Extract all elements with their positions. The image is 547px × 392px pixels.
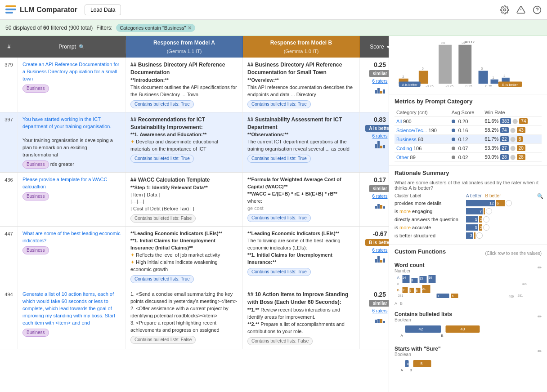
raters-link[interactable]: 6 raters — [372, 194, 388, 199]
svg-text:B is better: B is better — [502, 83, 518, 87]
func-name: Word count — [395, 262, 424, 268]
metrics-table: Category (cnt) Avg Score Win Rate All 90… — [395, 108, 542, 162]
metrics-row[interactable]: Coding 106 0.07 53.3% 27 ⬤ 20 — [395, 144, 542, 153]
row-num: 436 — [0, 173, 18, 226]
edit-icon[interactable]: ✏ — [538, 314, 542, 320]
rationale-title: Rationale Summary — [395, 169, 542, 176]
table-row[interactable]: 379 Create an API Reference Documentatio… — [0, 58, 389, 112]
starts-sure-chart: 0 5 A B — [395, 358, 542, 374]
filter-tag-text: Categories contain "Business" — [120, 25, 186, 31]
filter-bar: 50 displayed of 60 filtered (900 total) … — [0, 20, 547, 36]
col-win-rate: Win Rate — [483, 108, 542, 117]
load-data-button[interactable]: Load Data — [85, 4, 121, 15]
table-row[interactable]: 397 You have started working in the ICT … — [0, 112, 389, 173]
cell-model-b: **Formula for Weighted Average Cost of C… — [243, 173, 360, 226]
metrics-row[interactable]: Business 60 0.12 61.7% 22 ⬤ 8 — [395, 135, 542, 144]
cell-prompt: You have started working in the ICT depa… — [18, 112, 126, 173]
svg-text:9: 9 — [410, 289, 412, 292]
svg-text:A: A — [401, 368, 404, 372]
svg-text:1: 1 — [438, 294, 439, 298]
cell-prompt: Please provide a template for a WACC cal… — [18, 173, 126, 226]
rationale-label: provides more details — [395, 200, 464, 206]
row-num: 397 — [0, 112, 18, 173]
rationale-circle-btn[interactable] — [483, 216, 489, 223]
custom-function-bulleted-lists[interactable]: Contains bulleted lists Boolean ✏ 42 40 … — [395, 311, 542, 340]
custom-function-starts-sure[interactable]: Starts with "Sure" Boolean ✏ 0 5 A B — [395, 346, 542, 375]
rationale-row: is more accurate 5 2 — [395, 224, 542, 231]
row-num: 494 — [0, 287, 18, 349]
alert-icon[interactable] — [516, 5, 525, 14]
svg-text:1: 1 — [492, 76, 494, 80]
metrics-avg-score: 0.20 — [450, 117, 483, 126]
svg-text:5: 5 — [422, 67, 424, 71]
metrics-section: Metrics by Prompt Category Category (cnt… — [389, 94, 547, 166]
custom-function-word-count[interactable]: Word count Number ✏ A 14 8 15 16 0 — [395, 262, 542, 306]
rationale-circle-btn[interactable] — [483, 224, 489, 231]
rationale-subtitle: What are some clusters of the rationales… — [395, 180, 542, 191]
svg-text:8: 8 — [412, 279, 413, 282]
svg-text:μ=0.12: μ=0.12 — [464, 40, 475, 44]
score-sort-icon[interactable]: ▼ — [386, 45, 389, 49]
svg-text:409: 409 — [509, 295, 514, 298]
table-row[interactable]: 494 Generate a list of 10 action items, … — [0, 287, 389, 349]
svg-text:20: 20 — [441, 41, 445, 45]
app-logo: LLM Comparator — [5, 5, 77, 14]
rationale-bars: 5 2 — [466, 224, 489, 231]
rationale-bars: 3 1 — [466, 232, 483, 239]
svg-text:6: 6 — [452, 294, 454, 298]
raters-link[interactable]: 6 raters — [372, 308, 388, 313]
rationale-bars: 7 1 — [466, 208, 492, 214]
rationale-circle-btn[interactable] — [486, 208, 492, 214]
help-icon[interactable] — [533, 5, 542, 14]
col-header-num: # — [0, 40, 18, 53]
raters-link[interactable]: 6 raters — [372, 79, 388, 84]
metrics-row[interactable]: Other 89 0.02 50.0% 28 ⬤ 28 — [395, 153, 542, 162]
raters-link[interactable]: 6 raters — [372, 134, 388, 138]
rationale-label: is better structured — [395, 233, 464, 238]
svg-text:11: 11 — [403, 289, 406, 292]
svg-text:16: 16 — [429, 276, 432, 279]
rationale-circle-btn[interactable] — [506, 200, 512, 206]
cell-model-b: ## Sustainability Assessment for ICT Dep… — [243, 112, 360, 173]
metrics-category: Other 89 — [395, 153, 450, 162]
svg-text:2: 2 — [503, 74, 505, 78]
rationale-circle-btn[interactable] — [476, 232, 483, 239]
col-header-prompt: Prompt 🔍 — [18, 40, 126, 53]
metrics-avg-score: 0.16 — [450, 126, 483, 135]
cell-model-a: 1. <Send a concise email summarizing the… — [126, 287, 243, 349]
metrics-avg-score: 0.07 — [450, 144, 483, 153]
col-header-model-a: Response from Model A (Gemma 1.1 IT) 🔍 — [126, 36, 243, 58]
rationale-section: Rationale Summary What are some clusters… — [389, 166, 547, 245]
bulleted-tag: Contains bulleted lists: False — [130, 336, 196, 344]
svg-text:A is better: A is better — [402, 83, 418, 87]
edit-icon[interactable]: ✏ — [538, 348, 542, 354]
table-row[interactable]: 447 What are some of the best leading ec… — [0, 227, 389, 287]
svg-text:A: A — [397, 276, 400, 280]
cell-score: 0.25 similar 6 raters — [360, 58, 389, 112]
display-count-text: 50 displayed of 60 filtered (900 total) — [5, 25, 93, 31]
rationale-label: directly answers the question — [395, 217, 464, 222]
metrics-row[interactable]: All 900 0.20 61.6% 383 ⬤ 74 — [395, 117, 542, 126]
col-header-score: Score ▼ — [360, 40, 389, 53]
right-panel: -1.25 -0.75 -0.25 0.25 0.75 1.25 2 5 20 … — [389, 36, 547, 392]
cell-model-a: ## WACC Calculation Template **Step 1: I… — [126, 173, 243, 226]
metrics-avg-score: 0.02 — [450, 153, 483, 162]
filter-remove-button[interactable]: × — [188, 25, 191, 31]
raters-link[interactable]: 6 raters — [372, 248, 388, 253]
metrics-category: Coding 106 — [395, 144, 450, 153]
func-type: Number — [395, 268, 424, 273]
svg-text:15: 15 — [420, 277, 423, 280]
svg-text:2: 2 — [402, 75, 404, 79]
cell-model-a: **Leading Economic Indicators (LEIs)** *… — [126, 227, 243, 287]
svg-text:B: B — [397, 288, 399, 292]
svg-rect-15 — [439, 45, 452, 84]
edit-icon[interactable]: ✏ — [538, 265, 542, 271]
settings-icon[interactable] — [500, 5, 509, 14]
prompt-search-icon[interactable]: 🔍 — [79, 44, 85, 50]
metrics-row[interactable]: Science/Tec... 190 0.16 58.2% 74 ⬤ 43 — [395, 126, 542, 135]
table-row[interactable]: 436 Please provide a template for a WACC… — [0, 173, 389, 227]
svg-text:409: 409 — [522, 282, 528, 285]
rationale-row: provides more details 12 6 — [395, 200, 542, 206]
rationale-row: is better structured 3 1 — [395, 232, 542, 239]
filter-tag-business[interactable]: Categories contain "Business" × — [116, 24, 195, 32]
